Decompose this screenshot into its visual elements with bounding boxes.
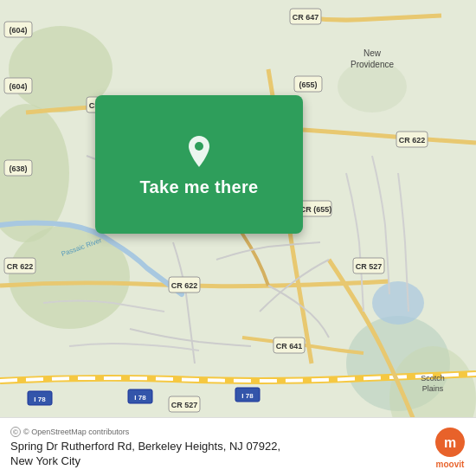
svg-text:CR 647: CR 647 — [293, 13, 319, 22]
moovit-logo: m moovit — [434, 427, 466, 469]
bottom-left-info: © © OpenStreetMap contributors Spring Dr… — [10, 427, 280, 469]
svg-text:Scotch: Scotch — [421, 374, 445, 383]
svg-text:I 78: I 78 — [241, 392, 254, 400]
moovit-icon: m — [434, 427, 466, 458]
svg-text:(655): (655) — [299, 80, 317, 89]
attribution: © © OpenStreetMap contributors — [10, 427, 280, 437]
moovit-text: moovit — [436, 460, 465, 469]
svg-text:Providence: Providence — [351, 60, 394, 69]
map-container: CR 647 (604) (604) CR 638 (638) (655) CR… — [0, 0, 476, 476]
address-line1: Spring Dr Rutherford Rd, Berkeley Height… — [10, 440, 280, 454]
address-line2: New York City — [10, 454, 280, 469]
copyright-icon: © — [10, 427, 21, 437]
svg-text:I 78: I 78 — [34, 396, 46, 403]
svg-text:CR 527: CR 527 — [356, 262, 383, 271]
location-pin-icon — [180, 132, 218, 170]
svg-text:CR (655): CR (655) — [300, 205, 332, 214]
attribution-text: © OpenStreetMap contributors — [23, 428, 129, 436]
svg-text:I 78: I 78 — [134, 394, 146, 402]
svg-point-45 — [195, 142, 203, 151]
svg-text:New: New — [363, 48, 382, 58]
svg-text:m: m — [444, 435, 456, 450]
take-me-label: Take me there — [140, 177, 259, 197]
svg-text:(638): (638) — [9, 164, 27, 173]
svg-text:CR 622: CR 622 — [399, 136, 426, 145]
svg-text:CR 622: CR 622 — [7, 262, 34, 271]
take-me-card[interactable]: Take me there — [95, 95, 303, 234]
map-svg: CR 647 (604) (604) CR 638 (638) (655) CR… — [0, 0, 476, 476]
svg-point-7 — [372, 281, 424, 325]
svg-text:CR 622: CR 622 — [171, 281, 198, 290]
svg-text:CR 641: CR 641 — [276, 342, 303, 351]
svg-text:(604): (604) — [9, 82, 27, 91]
bottom-bar: © © OpenStreetMap contributors Spring Dr… — [0, 417, 476, 476]
svg-text:(604): (604) — [9, 26, 27, 35]
svg-text:Plains: Plains — [422, 384, 444, 393]
svg-text:CR 527: CR 527 — [171, 401, 198, 409]
